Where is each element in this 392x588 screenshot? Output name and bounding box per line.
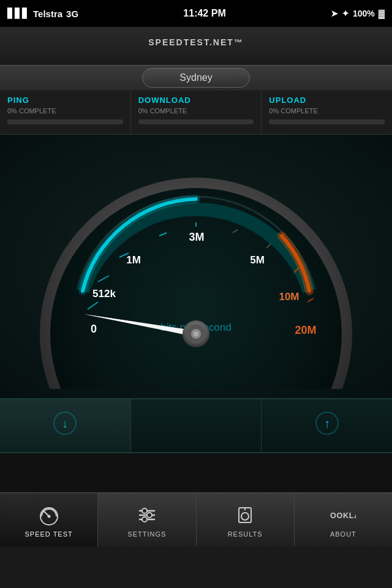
svg-text:20M: 20M <box>295 324 316 336</box>
ping-bar-bg <box>7 119 123 124</box>
stats-bar: PING 0% COMPLETE DOWNLOAD 0% COMPLETE UP… <box>0 91 392 135</box>
svg-point-24 <box>194 331 198 336</box>
tab-speed-test[interactable]: SPEED TEST <box>0 493 98 546</box>
signal-icon: ▋▋▋ <box>7 8 29 19</box>
upload-label: UPLOAD <box>269 96 385 105</box>
upload-percent: 0% COMPLETE <box>269 107 385 115</box>
battery-label: 100% <box>353 9 375 18</box>
navigation-icon: ➤ <box>331 9 338 18</box>
network-type: 3G <box>66 9 78 19</box>
app-logo: SPEEDTEST.NET™ <box>148 35 244 58</box>
status-left: ▋▋▋ Telstra 3G <box>7 8 78 19</box>
results-icon <box>232 502 258 528</box>
tab-about[interactable]: OOKLA ABOUT <box>295 493 392 546</box>
svg-point-35 <box>142 508 147 513</box>
svg-text:5M: 5M <box>250 254 265 266</box>
upload-icon: ↑ <box>315 411 339 440</box>
trademark-symbol: ™ <box>234 37 244 47</box>
bottom-buttons: ↓ ↑ <box>0 398 392 453</box>
svg-point-39 <box>241 513 249 520</box>
ping-label: PING <box>7 96 123 105</box>
status-right: ➤ ✦ 100% ▓ <box>331 9 385 18</box>
svg-text:10M: 10M <box>279 291 299 303</box>
svg-point-37 <box>142 517 147 522</box>
server-location[interactable]: Sydney <box>142 68 249 88</box>
download-percent: 0% COMPLETE <box>138 107 254 115</box>
logo-area: SPEEDTEST.NET™ <box>0 27 392 65</box>
carrier-label: Telstra <box>33 9 62 19</box>
svg-text:1M: 1M <box>126 254 141 266</box>
download-icon: ↓ <box>53 411 77 440</box>
status-bar: ▋▋▋ Telstra 3G 11:42 PM ➤ ✦ 100% ▓ <box>0 0 392 27</box>
tab-settings[interactable]: SETTINGS <box>98 493 196 546</box>
svg-text:↑: ↑ <box>324 417 330 430</box>
time-label: 11:42 PM <box>183 8 225 19</box>
svg-text:OOKLA: OOKLA <box>330 511 356 519</box>
space-area <box>0 453 392 492</box>
svg-text:↓: ↓ <box>62 417 68 430</box>
tab-settings-label: SETTINGS <box>127 530 166 538</box>
server-bar[interactable]: Sydney <box>0 65 392 91</box>
upload-stat: UPLOAD 0% COMPLETE <box>262 91 392 134</box>
tab-about-label: ABOUT <box>330 530 356 538</box>
ookla-logo: OOKLA <box>330 502 356 528</box>
gauge-area: 0 512k 1M 3M 5M 10M 20M bits per second <box>0 135 392 398</box>
svg-text:512k: 512k <box>92 288 116 300</box>
logo-text: SPEEDTEST.NET <box>148 37 234 47</box>
svg-point-36 <box>147 513 152 518</box>
speedometer: 0 512k 1M 3M 5M 10M 20M bits per second <box>24 144 368 389</box>
tab-results-label: RESULTS <box>228 530 263 538</box>
battery-icon: ▓ <box>379 9 385 18</box>
download-label: DOWNLOAD <box>138 96 254 105</box>
svg-text:3M: 3M <box>189 231 204 243</box>
upload-button[interactable]: ↑ <box>262 399 392 452</box>
download-bar-bg <box>138 119 254 124</box>
svg-text:0: 0 <box>91 323 97 335</box>
upload-bar-bg <box>269 119 385 124</box>
tab-bar: SPEED TEST SETTINGS RESULTS <box>0 492 392 546</box>
bluetooth-icon: ✦ <box>342 9 349 18</box>
download-button[interactable]: ↓ <box>0 399 131 452</box>
center-button[interactable] <box>131 399 262 452</box>
ping-stat: PING 0% COMPLETE <box>0 91 131 134</box>
ping-percent: 0% COMPLETE <box>7 107 123 115</box>
svg-point-31 <box>47 514 50 518</box>
tab-results[interactable]: RESULTS <box>197 493 295 546</box>
settings-icon <box>134 502 160 528</box>
tab-speed-test-label: SPEED TEST <box>24 530 72 538</box>
download-stat: DOWNLOAD 0% COMPLETE <box>131 91 262 134</box>
speedtest-icon <box>36 502 62 528</box>
